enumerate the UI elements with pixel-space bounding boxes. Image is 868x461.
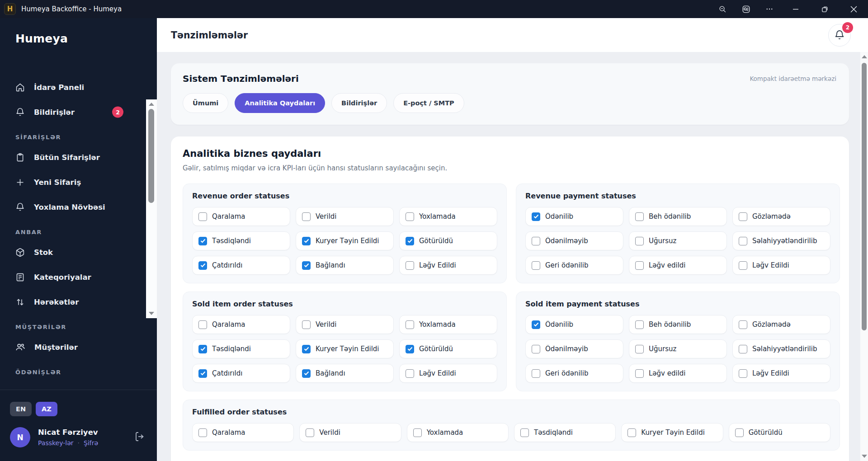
checkbox[interactable]	[635, 261, 644, 270]
sidebar-item-all-orders[interactable]: Bütün Sifarişlər	[15, 147, 142, 168]
sidebar-item-new-order[interactable]: Yeni Sifariş	[15, 172, 142, 193]
checkbox[interactable]	[302, 369, 311, 378]
status-checkbox-row[interactable]: Yoxlamada	[407, 423, 509, 442]
checkbox[interactable]	[739, 212, 747, 221]
checkbox[interactable]	[520, 428, 529, 437]
find-in-page-icon[interactable]	[734, 0, 758, 18]
status-checkbox-row[interactable]: Beh ödənilib	[629, 315, 727, 334]
status-checkbox-row[interactable]: Qaralama	[192, 423, 294, 442]
sidebar-item-review-queue[interactable]: Yoxlama Növbəsi	[15, 197, 142, 217]
checkbox[interactable]	[302, 320, 311, 329]
status-checkbox-row[interactable]: Yoxlamada	[399, 315, 497, 334]
status-checkbox-row[interactable]: Qaralama	[192, 315, 290, 334]
status-checkbox-row[interactable]: Kuryer Təyin Edildi	[621, 423, 723, 442]
sidebar-item-notifications[interactable]: Bildirişlər 2	[15, 102, 142, 122]
checkbox[interactable]	[198, 369, 207, 378]
checkbox[interactable]	[406, 237, 414, 245]
checkbox[interactable]	[302, 212, 311, 221]
more-menu-icon[interactable]	[758, 0, 781, 18]
scroll-up-arrow[interactable]	[149, 103, 154, 106]
status-checkbox-row[interactable]: Ləğv Edildi	[732, 256, 830, 275]
checkbox[interactable]	[739, 320, 747, 329]
status-checkbox-row[interactable]: Ödənilib	[525, 207, 623, 226]
close-button[interactable]	[839, 0, 868, 18]
status-checkbox-row[interactable]: Bağlandı	[296, 256, 394, 275]
status-checkbox-row[interactable]: Götürüldü	[399, 231, 497, 250]
status-checkbox-row[interactable]: Kuryer Təyin Edildi	[296, 339, 394, 358]
status-checkbox-row[interactable]: Beh ödənilib	[629, 207, 727, 226]
checkbox[interactable]	[198, 212, 207, 221]
passkeys-link[interactable]: Passkey-lər	[38, 439, 74, 447]
checkbox[interactable]	[739, 237, 747, 245]
settings-tab[interactable]: E-poçt / SMTP	[393, 93, 464, 113]
restore-button[interactable]	[810, 0, 839, 18]
scroll-down-arrow[interactable]	[862, 455, 867, 458]
logout-button[interactable]	[134, 431, 145, 444]
language-button-az[interactable]: AZ	[36, 402, 57, 416]
checkbox[interactable]	[302, 261, 311, 270]
checkbox[interactable]	[406, 369, 414, 378]
status-checkbox-row[interactable]: Verildi	[296, 207, 394, 226]
checkbox[interactable]	[532, 345, 540, 353]
status-checkbox-row[interactable]: Səlahiyyətləndirilib	[732, 339, 830, 358]
status-checkbox-row[interactable]: Ləğv Edildi	[732, 364, 830, 383]
status-checkbox-row[interactable]: Təsdiqləndi	[192, 231, 290, 250]
status-checkbox-row[interactable]: Bağlandı	[296, 364, 394, 383]
status-checkbox-row[interactable]: Yoxlamada	[399, 207, 497, 226]
checkbox[interactable]	[635, 320, 644, 329]
status-checkbox-row[interactable]: Uğursuz	[629, 231, 727, 250]
checkbox[interactable]	[306, 428, 314, 437]
sidebar-item-stock[interactable]: Stok	[15, 242, 142, 263]
checkbox[interactable]	[635, 212, 644, 221]
checkbox[interactable]	[302, 237, 311, 245]
status-checkbox-row[interactable]: Təsdiqləndi	[514, 423, 616, 442]
status-checkbox-row[interactable]: Gözləmədə	[732, 315, 830, 334]
sidebar-item-movements[interactable]: Hərəkətlər	[15, 292, 142, 312]
status-checkbox-row[interactable]: Ləğv edildi	[629, 364, 727, 383]
checkbox[interactable]	[406, 261, 414, 270]
status-checkbox-row[interactable]: Verildi	[299, 423, 401, 442]
status-checkbox-row[interactable]: Qaralama	[192, 207, 290, 226]
checkbox[interactable]	[406, 345, 414, 353]
status-checkbox-row[interactable]: Geri ödənilib	[525, 364, 623, 383]
checkbox[interactable]	[739, 261, 747, 270]
checkbox[interactable]	[406, 320, 414, 329]
minimize-button[interactable]	[781, 0, 810, 18]
checkbox[interactable]	[739, 369, 747, 378]
status-checkbox-row[interactable]: Uğursuz	[629, 339, 727, 358]
checkbox[interactable]	[532, 369, 540, 378]
checkbox[interactable]	[302, 345, 311, 353]
status-checkbox-row[interactable]: Ödənilməyib	[525, 339, 623, 358]
status-checkbox-row[interactable]: Təsdiqləndi	[192, 339, 290, 358]
sidebar-item-dashboard[interactable]: İdarə Paneli	[15, 77, 142, 98]
status-checkbox-row[interactable]: Ləğv edildi	[629, 256, 727, 275]
checkbox[interactable]	[532, 237, 540, 245]
status-checkbox-row[interactable]: Ləğv Edildi	[399, 256, 497, 275]
checkbox[interactable]	[635, 345, 644, 353]
main-scrollbar-thumb[interactable]	[862, 63, 867, 330]
status-checkbox-row[interactable]: Ləğv Edildi	[399, 364, 497, 383]
status-checkbox-row[interactable]: Ödənilib	[525, 315, 623, 334]
status-checkbox-row[interactable]: Çatdırıldı	[192, 364, 290, 383]
language-button-en[interactable]: EN	[10, 402, 32, 416]
sidebar-item-categories[interactable]: Kateqoriyalar	[15, 267, 142, 287]
status-checkbox-row[interactable]: Gözləmədə	[732, 207, 830, 226]
settings-tab[interactable]: Analitika Qaydaları	[235, 93, 325, 113]
sidebar-scrollbar[interactable]	[146, 99, 157, 318]
status-checkbox-row[interactable]: Çatdırıldı	[192, 256, 290, 275]
scroll-up-arrow[interactable]	[862, 55, 867, 58]
checkbox[interactable]	[198, 345, 207, 353]
scroll-down-arrow[interactable]	[149, 312, 154, 315]
sidebar-item-customers[interactable]: Müştərilər	[15, 337, 142, 358]
checkbox[interactable]	[532, 261, 540, 270]
checkbox[interactable]	[413, 428, 422, 437]
checkbox[interactable]	[532, 320, 540, 329]
status-checkbox-row[interactable]: Götürüldü	[399, 339, 497, 358]
status-checkbox-row[interactable]: Geri ödənilib	[525, 256, 623, 275]
checkbox[interactable]	[735, 428, 744, 437]
settings-tab[interactable]: Ümumi	[183, 93, 228, 113]
checkbox[interactable]	[635, 369, 644, 378]
status-checkbox-row[interactable]: Ödənilməyib	[525, 231, 623, 250]
status-checkbox-row[interactable]: Səlahiyyətləndirilib	[732, 231, 830, 250]
checkbox[interactable]	[198, 320, 207, 329]
